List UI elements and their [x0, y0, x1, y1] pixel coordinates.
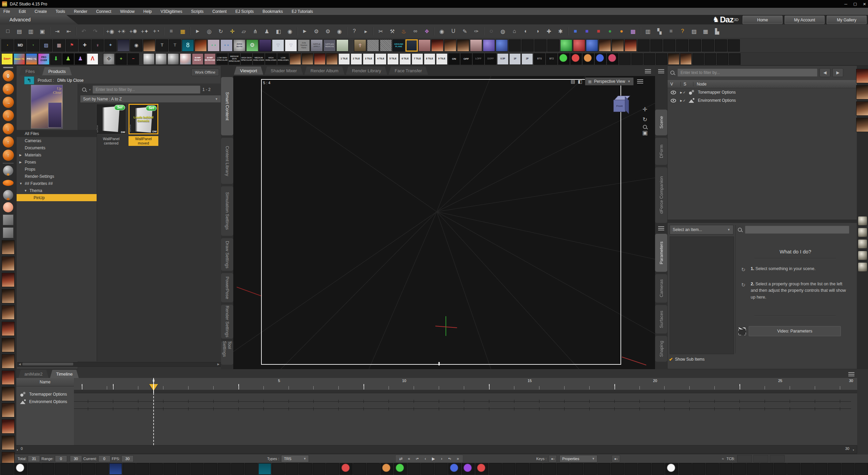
- range-start-value[interactable]: 0: [55, 455, 67, 462]
- shortcut-tile[interactable]: [218, 463, 231, 475]
- shortcut-tile[interactable]: [96, 463, 108, 475]
- shortcut-tile[interactable]: [814, 463, 827, 475]
- shortcut-tile[interactable]: [801, 463, 814, 475]
- shortcut-tile[interactable]: [619, 53, 631, 65]
- shortcut-tile[interactable]: [336, 39, 349, 52]
- shortcut-tile[interactable]: LOW SKIN SPECULAR: [216, 53, 228, 65]
- pane-tab[interactable]: dForce Companion: [655, 167, 667, 223]
- toolbar-icon[interactable]: [434, 27, 435, 35]
- shortcut-tile[interactable]: [109, 463, 122, 475]
- toolbar-icon[interactable]: ✛: [228, 27, 237, 36]
- toolbar-icon[interactable]: ■: [594, 27, 603, 36]
- shortcut-tile[interactable]: [679, 463, 692, 475]
- shortcut-tile[interactable]: LOFF: [473, 53, 484, 65]
- shortcut-tile[interactable]: [692, 463, 705, 475]
- shortcut-tile[interactable]: 1F: [509, 53, 521, 65]
- shortcut-tile[interactable]: [380, 463, 393, 475]
- toolbar-icon[interactable]: ♨: [399, 27, 408, 36]
- toolbar-icon[interactable]: [347, 27, 347, 35]
- rail-item[interactable]: [3, 202, 13, 212]
- pane-tab[interactable]: Smart Content: [221, 77, 233, 135]
- toolbar-icon[interactable]: ⇤: [64, 27, 73, 36]
- shortcut-tile[interactable]: [259, 39, 271, 52]
- toolbar-icon[interactable]: ✑: [472, 27, 481, 36]
- toolbar-icon[interactable]: ◧: [274, 27, 283, 36]
- shortcut-tile[interactable]: ⬇: [50, 53, 62, 65]
- shortcut-tile[interactable]: [150, 463, 163, 475]
- total-value[interactable]: 31: [28, 455, 40, 462]
- toolbar-icon[interactable]: ✱: [556, 27, 565, 36]
- shortcut-tile[interactable]: [676, 39, 688, 52]
- work-offline-button[interactable]: Work Offline: [191, 69, 219, 76]
- shortcut-tile[interactable]: BUMP INCREASE: [204, 53, 216, 65]
- rail-item[interactable]: [856, 69, 868, 83]
- track-line[interactable]: [74, 407, 851, 411]
- menu-item[interactable]: Render: [74, 9, 87, 14]
- rail-item[interactable]: [858, 134, 867, 214]
- rail-item[interactable]: [3, 190, 13, 200]
- shortcut-tile[interactable]: 6 TILE: [399, 53, 411, 65]
- shortcut-tile[interactable]: [543, 463, 556, 475]
- shortcut-tile[interactable]: Save +1: [14, 53, 25, 65]
- toolbar-icon[interactable]: ■: [583, 27, 591, 36]
- search-icon[interactable]: [670, 70, 675, 76]
- category-row[interactable]: ▼ Thema: [17, 187, 97, 194]
- timeline-tab[interactable]: Timeline: [50, 370, 79, 378]
- shortcut-tile[interactable]: [611, 463, 624, 475]
- rail-item[interactable]: [856, 101, 868, 116]
- shortcut-tile[interactable]: 4 TILE: [375, 53, 387, 65]
- shortcut-tile[interactable]: [570, 463, 583, 475]
- toolbar-icon[interactable]: ▩: [629, 27, 637, 36]
- shortcut-tile[interactable]: [652, 463, 665, 475]
- shortcut-tile[interactable]: [842, 463, 854, 475]
- toolbar-icon[interactable]: +✦: [140, 27, 149, 36]
- select-item-dropdown[interactable]: Select an Item... ▼: [670, 225, 733, 234]
- shortcut-tile[interactable]: [204, 463, 217, 475]
- toolbar-icon[interactable]: ■: [571, 27, 580, 36]
- rail-item[interactable]: [2, 289, 15, 303]
- shortcut-tile[interactable]: ♟: [75, 53, 86, 65]
- shortcut-tile[interactable]: [14, 463, 27, 475]
- shortcut-tile[interactable]: ▦: [53, 39, 65, 52]
- shortcut-tile[interactable]: ✦ ✦: [220, 39, 233, 52]
- toolbar-icon[interactable]: ⇥: [53, 27, 62, 36]
- shortcut-tile[interactable]: [349, 40, 353, 51]
- shortcut-tile[interactable]: [625, 39, 637, 52]
- content-tab[interactable]: Files: [19, 67, 41, 75]
- shortcut-tile[interactable]: −: [127, 53, 139, 65]
- shortcut-tile[interactable]: [155, 53, 167, 65]
- category-row[interactable]: Cameras: [17, 137, 97, 144]
- shortcut-tile[interactable]: [656, 53, 667, 65]
- frame-options-icon[interactable]: ▤: [571, 79, 575, 84]
- shortcut-tile[interactable]: [418, 39, 431, 52]
- shortcut-tile[interactable]: MEDIUM TRANSLUCENCY: [253, 53, 264, 65]
- shortcut-tile[interactable]: [573, 39, 585, 52]
- shortcut-tile[interactable]: [258, 463, 271, 475]
- toolbar-icon[interactable]: [102, 27, 103, 35]
- selectable-cursor-icon[interactable]: ►✓: [679, 91, 686, 94]
- shortcut-tile[interactable]: ♟: [62, 53, 74, 65]
- track-line[interactable]: [74, 400, 851, 403]
- viewport-tab[interactable]: Shader Mixer: [264, 66, 303, 75]
- shortcut-tile[interactable]: [272, 463, 285, 475]
- shortcut-tile[interactable]: [68, 463, 81, 475]
- toolbar-icon[interactable]: [373, 27, 374, 35]
- shortcut-tile[interactable]: [502, 463, 515, 475]
- toolbar-icon[interactable]: ≡: [667, 27, 675, 36]
- toolbar-icon[interactable]: ▨: [690, 27, 698, 36]
- rail-item[interactable]: [2, 419, 15, 434]
- minimize-icon[interactable]: ─: [844, 2, 847, 6]
- playback-button[interactable]: »: [454, 455, 461, 462]
- toolbar-icon[interactable]: ▱: [239, 27, 248, 36]
- toolbar-icon[interactable]: ▥: [26, 27, 35, 36]
- visibility-eye-icon[interactable]: [670, 90, 677, 95]
- shortcut-tile[interactable]: ▽: [272, 39, 284, 52]
- rail-item[interactable]: [856, 85, 868, 99]
- pane-tab[interactable]: Surfaces: [655, 305, 667, 334]
- shortcut-tile[interactable]: [557, 463, 570, 475]
- shortcut-tile[interactable]: [180, 53, 191, 65]
- rail-item[interactable]: [3, 163, 14, 164]
- shortcut-tile[interactable]: GROUND PLANE: [393, 39, 405, 52]
- workspace-tab-advanced[interactable]: Advanced: [0, 15, 78, 24]
- rail-item[interactable]: ←: [3, 83, 14, 95]
